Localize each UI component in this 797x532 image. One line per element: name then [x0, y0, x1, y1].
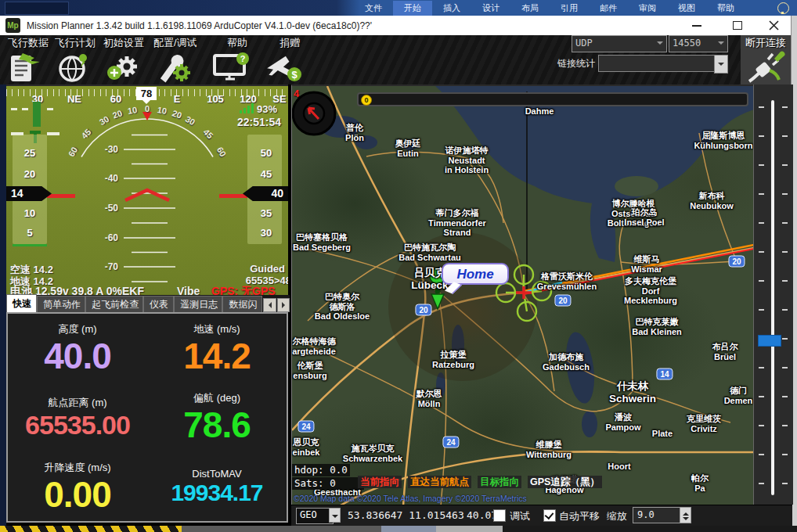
waypoint-progress-bar[interactable]: 0 [357, 92, 748, 106]
road-badge: 20 [728, 256, 745, 268]
map-city-label: 布吕尔Brüel [712, 342, 738, 361]
autopan-checkbox[interactable] [543, 509, 556, 522]
map-city-label: Plate [652, 429, 673, 439]
word-tab[interactable]: 帮助 [706, 1, 745, 16]
background-window-titlebar: 文件开始插入设计布局引用邮件审阅视图帮助 [0, 0, 797, 16]
word-tab[interactable]: 审阅 [628, 1, 667, 16]
gps-status-text: GPS: 无GPS [211, 285, 276, 296]
tab-actions[interactable]: 简单动作 [37, 296, 85, 312]
svg-text:$: $ [291, 69, 298, 81]
debug-checkbox[interactable] [493, 509, 506, 522]
speed-tape-value: 25 [24, 147, 35, 159]
map-city-label: 珀尔岛Insel Poel [624, 207, 664, 227]
word-tab[interactable]: 引用 [550, 1, 589, 16]
tab-quick[interactable]: 快速 [6, 294, 37, 312]
minimize-button[interactable] [680, 16, 714, 35]
cursor-coordinates: 53.836647 11.015463 [348, 509, 464, 521]
tab-dataflash[interactable]: 数据闪 [222, 296, 262, 312]
tab-telemetry-logs[interactable]: 遥测日志 [174, 296, 222, 312]
chevron-down-icon[interactable] [329, 508, 341, 523]
map-zoom-slider[interactable] [753, 84, 793, 505]
menu-label: 飞行数据 [8, 36, 49, 50]
map-city-label: 尔格特海德argteheide [292, 336, 336, 356]
map-city-label: 克里维茨Crivitz [687, 414, 721, 433]
chevron-down-icon [683, 517, 689, 523]
map-city-label: 什未林Schwerin [609, 380, 656, 404]
quick-cell-altitude[interactable]: 高度 (m) 40.0 [8, 314, 147, 383]
quick-value: 78.6 [183, 407, 251, 443]
tab-prearm[interactable]: 起飞前检查 [85, 296, 143, 312]
word-tab[interactable]: 文件 [354, 1, 393, 16]
legend-item: GPS追踪（黑） [528, 476, 602, 488]
hazard-stripe-decoration [0, 526, 182, 532]
map-city-label: 维斯马Wismar [631, 254, 662, 274]
close-button[interactable] [756, 16, 791, 35]
road-badge: 24 [442, 437, 459, 448]
pitch-angle-label: -50 [105, 203, 118, 214]
baud-value: 14550 [673, 38, 701, 49]
menu-initial-setup[interactable]: 初始设置 [103, 36, 144, 84]
menu-flight-plan[interactable]: 飞行计划 [55, 36, 96, 84]
menu-flight-data[interactable]: 飞行数据 [8, 36, 49, 84]
word-tab[interactable]: 视图 [667, 1, 706, 16]
altitude-tape-value: 50 [261, 147, 272, 159]
zoom-stepper[interactable] [680, 507, 691, 523]
hud-panel[interactable]: 30NE60E105120SE 78 604530201001020304560… [6, 84, 288, 296]
word-tab[interactable]: 邮件 [589, 1, 628, 16]
protocol-select[interactable]: UDP [572, 35, 667, 52]
protocol-value: UDP [575, 38, 593, 49]
quick-cell-vertical-speed[interactable]: 升降速度 (m/s) 0.00 [8, 452, 147, 521]
word-tab[interactable]: 布局 [510, 1, 550, 16]
map-city-label: 诺伊施塔特Neustadtin Holstein [445, 146, 489, 175]
projection-select[interactable]: GEO [296, 508, 334, 524]
map-legend: 当前指向直达当前航点目标指向GPS追踪（黑） [358, 476, 602, 488]
menu-config-tuning[interactable]: 配置/调试 [153, 36, 197, 84]
map-city-label: Hoort [608, 462, 630, 472]
map-city-label: 多夫梅克伦堡DorfMecklenburg [624, 276, 677, 306]
sats-readout: Sats: 0 [292, 477, 364, 490]
flight-data-icon [8, 51, 49, 84]
map-city-label: 巴特奥尔德斯洛Bad Oldesloe [315, 292, 370, 322]
quick-cell-dist-to-mav[interactable]: DistToMAV 19934.17 [147, 452, 287, 521]
disconnect-label: 断开连接 [741, 36, 791, 50]
chevron-down-icon [718, 41, 724, 48]
zoom-value-input[interactable]: 9.0 [633, 507, 685, 523]
map-city-label: 新布科Neubukow [690, 191, 734, 210]
menu-help[interactable]: 帮助 ? [210, 36, 254, 84]
map-city-label: 施瓦岑贝克Schwarzenbek [343, 444, 402, 463]
slider-handle[interactable] [758, 335, 781, 347]
chevron-down-icon[interactable] [714, 55, 728, 74]
word-tab[interactable]: 设计 [471, 1, 510, 16]
map-city-label: 德门Demen [724, 386, 753, 405]
road-badge: 20 [415, 304, 431, 316]
tab-gauges[interactable]: 仪表 [143, 296, 174, 312]
quick-cell-groundspeed[interactable]: 地速 (m/s) 14.2 [147, 314, 287, 383]
autopan-label: 自动平移 [559, 509, 600, 523]
map-city-label: 恩贝克einbek [293, 437, 320, 457]
home-label[interactable]: Home [442, 263, 509, 285]
map-city-label: 巴特塞格贝格Bad Segeberg [293, 232, 351, 252]
link-stats-select[interactable] [598, 55, 716, 72]
quick-cell-wp-distance[interactable]: 航点距离 (m) 65535.00 [8, 383, 147, 451]
help-icon: ? [210, 51, 254, 84]
donate-icon: $ [263, 51, 307, 84]
menu-donate[interactable]: 捐赠 $ [263, 36, 307, 84]
quick-cell-yaw[interactable]: 偏航 (deg) 78.6 [147, 383, 287, 451]
word-tab[interactable]: 开始 [393, 1, 432, 16]
quick-label: DistToMAV [192, 468, 241, 480]
zoom-label: 缩放 [607, 509, 627, 523]
slider-track[interactable] [771, 100, 774, 495]
maximize-button[interactable] [720, 16, 755, 35]
map-city-label: 默尔恩Mölln [417, 389, 442, 408]
waypoint-marker: 0 [361, 95, 372, 106]
tab-scroll-right-button[interactable] [277, 298, 290, 312]
roll-angle-label: 0 [145, 104, 150, 113]
initial-setup-icon [103, 51, 144, 84]
tab-scroll-left-button[interactable] [263, 298, 276, 312]
map-panel[interactable]: 普伦Plön奥伊廷Eutin诺伊施塔特Neustadtin HolsteinDa… [291, 84, 754, 506]
word-tab[interactable]: 插入 [432, 1, 471, 16]
background-window-edge [0, 84, 6, 532]
baud-select[interactable]: 14550 [669, 35, 728, 52]
disconnect-button[interactable]: 断开连接 [741, 35, 791, 84]
menu-label: 捐赠 [263, 36, 307, 50]
